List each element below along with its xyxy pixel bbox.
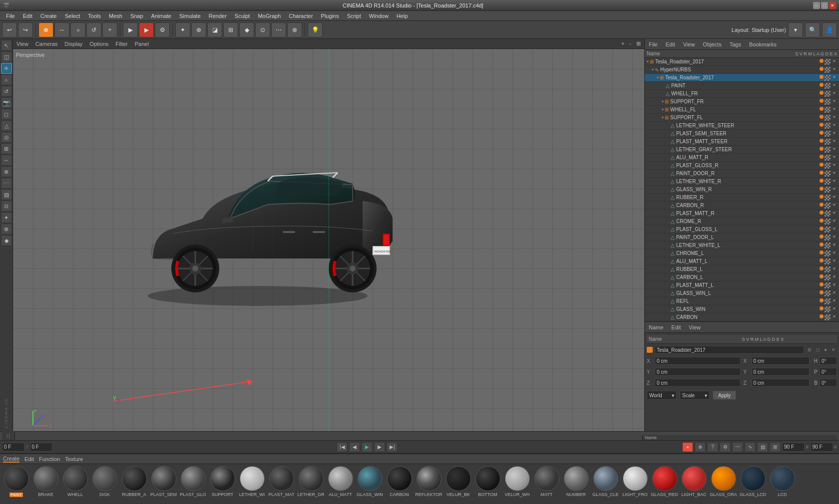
tree-expand-arrow[interactable]: ▾	[662, 107, 664, 112]
material-item[interactable]: RUBBER_A	[120, 466, 148, 504]
obj-btn-2[interactable]: ⊕	[191, 22, 206, 37]
close-button[interactable]: ✕	[829, 2, 836, 9]
material-item[interactable]: BRAKE	[31, 466, 60, 504]
search-btn[interactable]: 🔍	[805, 22, 820, 37]
undo-button[interactable]: ↩	[2, 22, 17, 37]
menu-item-simulate[interactable]: Simulate	[175, 11, 205, 21]
layout-btn[interactable]: ▤	[757, 442, 768, 452]
tree-row[interactable]: △CARBON_L✕	[645, 273, 839, 281]
redo-button[interactable]: ↪	[18, 22, 33, 37]
tree-row[interactable]: △ALU_MATT_R✕	[645, 154, 839, 162]
help-btn[interactable]: ?	[707, 442, 718, 452]
tree-row[interactable]: △CARBON✕	[645, 313, 839, 321]
material-item[interactable]: GLASS_RED	[650, 466, 679, 504]
tree-row[interactable]: △LETHER_WHITE_R✕	[645, 178, 839, 186]
h-input[interactable]: 0°	[820, 357, 837, 365]
tool-live-sel[interactable]: ◫	[1, 51, 12, 62]
material-item[interactable]: REFLEKTOR	[415, 466, 443, 504]
tool-scale[interactable]: ⟐	[1, 74, 12, 85]
frame-rate-input[interactable]: 0 F	[30, 443, 52, 452]
tree-row[interactable]: △WHELL_FR✕	[645, 90, 839, 98]
tool-shape2[interactable]: △	[1, 120, 12, 131]
props-menu-name[interactable]: Name	[647, 324, 665, 330]
material-item[interactable]: WHELL	[61, 466, 89, 504]
material-tab-edit[interactable]: Edit	[24, 456, 34, 462]
material-item[interactable]: PLAST_MAT	[267, 466, 296, 504]
tree-row[interactable]: △PLAST_GLOSS_L✕	[645, 226, 839, 234]
menu-item-create[interactable]: Create	[36, 11, 61, 21]
tree-expand-arrow[interactable]: ▾	[652, 67, 654, 72]
user-btn[interactable]: 👤	[822, 22, 837, 37]
vp-zoom-out[interactable]: -	[628, 40, 633, 47]
tree-row[interactable]: ▾⊞SUPPORT_FR✕	[645, 98, 839, 106]
obj-btn-1[interactable]: ✦	[175, 22, 190, 37]
tool-shape12[interactable]: ◆	[1, 235, 12, 246]
tool-rotate[interactable]: ↺	[1, 86, 12, 97]
tool-shape7[interactable]: ⋯	[1, 178, 12, 189]
apply-button[interactable]: Apply	[713, 391, 736, 400]
scale-dropdown[interactable]: Scale ▾	[680, 391, 710, 400]
panel-menu-file[interactable]: File	[647, 41, 660, 47]
object-name-input[interactable]: Tesla_Roadster_2017	[655, 346, 804, 354]
panel-menu-view[interactable]: View	[681, 41, 697, 47]
panel-menu-bookmarks[interactable]: Bookmarks	[747, 41, 779, 47]
vp-menu-options[interactable]: Options	[88, 41, 110, 47]
material-item[interactable]: PLAST_SEM	[149, 466, 178, 504]
material-item[interactable]: LIGHT_FRO	[621, 466, 649, 504]
panel-btn[interactable]: ⊞	[770, 442, 781, 452]
tool-shape4[interactable]: ⊞	[1, 143, 12, 154]
tree-expand-arrow[interactable]: ▾	[647, 59, 649, 64]
material-item[interactable]: SUPPORT	[208, 466, 237, 504]
obj-btn-3[interactable]: ◪	[207, 22, 222, 37]
material-item[interactable]: LCD	[768, 466, 797, 504]
obj-btn-5[interactable]: ◆	[239, 22, 254, 37]
tool-select[interactable]: ↖	[1, 40, 12, 51]
tree-row[interactable]: △GLASS_WIN_L✕	[645, 289, 839, 297]
obj-btn-4[interactable]: ⊞	[223, 22, 238, 37]
x-rot-input[interactable]: 0 cm	[752, 357, 810, 365]
light-btn[interactable]: 💡	[308, 22, 323, 37]
y-rot-input[interactable]: 0 cm	[752, 368, 810, 376]
menu-item-render[interactable]: Render	[205, 11, 231, 21]
tree-row[interactable]: △RUBBER_L✕	[645, 265, 839, 273]
props-menu-edit[interactable]: Edit	[669, 324, 683, 330]
auto-keyframe-btn[interactable]: ⊕	[695, 442, 706, 452]
material-item[interactable]: GLASS_LCD	[739, 466, 767, 504]
p-input[interactable]: 0°	[820, 368, 837, 376]
current-time-input[interactable]: 0 F	[2, 443, 24, 452]
total-frames-input[interactable]: 90 F	[782, 443, 805, 452]
tree-row[interactable]: △PLAST_MATT_L✕	[645, 281, 839, 289]
material-item[interactable]: LETHER_WI	[238, 466, 266, 504]
tool-shape3[interactable]: ◎	[1, 132, 12, 143]
tree-row[interactable]: △PAINT_DOOR_R✕	[645, 170, 839, 178]
obj-btn-6[interactable]: ⊙	[255, 22, 270, 37]
tree-expand-arrow[interactable]: ▾	[657, 75, 659, 80]
vp-toggle-layout[interactable]: ⊞	[635, 40, 642, 47]
move-button[interactable]: ↔	[54, 22, 69, 37]
material-item[interactable]: GLASS_CLE	[591, 466, 620, 504]
tree-row[interactable]: △PLAST_MATT_R✕	[645, 210, 839, 218]
tree-row[interactable]: △PLAST_MATT_STEER✕	[645, 138, 839, 146]
panel-menu-objects[interactable]: Objects	[701, 41, 723, 47]
tool-shape5[interactable]: ↔	[1, 155, 12, 166]
tree-row[interactable]: ▾⊞WHELL_FL✕	[645, 106, 839, 114]
go-start-btn[interactable]: |◀	[337, 442, 348, 452]
scale-button[interactable]: ⟐	[70, 22, 85, 37]
z-rot-input[interactable]: 0 cm	[752, 379, 810, 387]
transform-button[interactable]: ＋	[102, 22, 117, 37]
z-pos-input[interactable]: 0 cm	[655, 379, 741, 387]
y-pos-input[interactable]: 0 cm	[655, 368, 741, 376]
menu-item-mesh[interactable]: Mesh	[105, 11, 126, 21]
menu-item-plugins[interactable]: Plugins	[317, 11, 343, 21]
next-frame-btn[interactable]: ▶	[374, 442, 385, 452]
material-item[interactable]: GLASS_ORA	[709, 466, 738, 504]
tree-row[interactable]: △GLASS_WIN✕	[645, 305, 839, 313]
material-tab-texture[interactable]: Texture	[65, 456, 83, 462]
menu-item-script[interactable]: Script	[343, 11, 365, 21]
material-item[interactable]: MATT	[532, 466, 561, 504]
tree-row[interactable]: △ALU_MATT_L✕	[645, 257, 839, 265]
render-settings-button[interactable]: ⚙	[155, 22, 170, 37]
menu-item-file[interactable]: File	[2, 11, 19, 21]
menu-item-tools[interactable]: Tools	[84, 11, 105, 21]
record-btn[interactable]: ●	[682, 442, 693, 452]
